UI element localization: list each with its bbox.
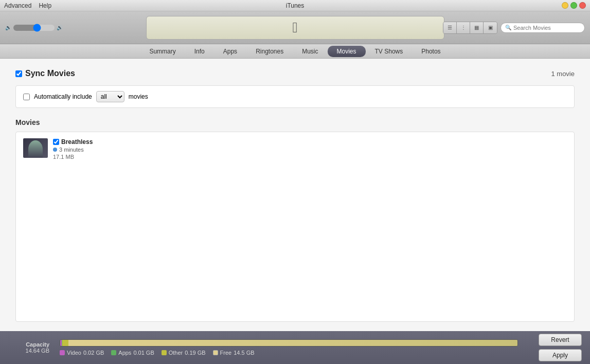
legend-video-label: Video [67,350,81,356]
close-button[interactable] [579,2,586,9]
legend-other-dot [162,350,167,355]
list-item: Breathless 3 minutes 17.1 MB [20,136,570,162]
sync-movies-title: Sync Movies [15,69,75,78]
volume-control[interactable]: 🔈 🔊 [5,25,63,31]
capacity-bar-fill [60,340,517,346]
auto-include-label: Automatically include [34,93,92,100]
movie-name-row: Breathless [53,138,93,145]
sync-movies-label: Sync Movies [25,69,75,78]
movies-list: Breathless 3 minutes 17.1 MB [15,132,575,322]
view-grid-sm-button[interactable]: ⋮ [457,22,470,33]
apply-button[interactable]: Apply [539,349,582,361]
minimize-button[interactable] [562,2,568,9]
movie-duration-text: 3 minutes [59,147,84,153]
capacity-section: Capacity 14.64 GB [8,341,49,354]
window-controls[interactable] [562,2,586,9]
movie-checkbox[interactable] [53,139,59,145]
cap-other [62,340,68,346]
legend-video-dot [60,350,65,355]
tab-movies[interactable]: Movies [328,46,366,57]
view-grid-md-button[interactable]: ▦ [470,22,484,33]
legend-apps-value: 0.01 GB [133,350,154,356]
capacity-label: Capacity [26,341,49,348]
toolbar-right: ☰ ⋮ ▦ ▣ 🔍 [443,22,585,34]
legend-free-label: Free [220,350,232,356]
titlebar: Advanced Help iTunes [0,0,590,11]
main-content: Sync Movies 1 movie Automatically includ… [0,59,590,331]
search-icon: 🔍 [505,25,511,30]
volume-low-icon: 🔈 [5,25,11,30]
legend-apps-dot [111,350,116,355]
movie-size: 17.1 MB [53,154,93,160]
legend-free: Free 14.5 GB [213,350,255,356]
tab-music[interactable]: Music [293,46,327,57]
movie-thumbnail [23,138,48,158]
legend-free-value: 14.5 GB [234,350,254,356]
tab-info[interactable]: Info [185,46,214,57]
blue-dot-icon [53,148,57,152]
movies-section: Movies Breathless 3 minutes 17.1 MB [15,118,575,322]
volume-high-icon: 🔊 [57,25,63,30]
view-grid-lg-button[interactable]: ▣ [484,22,497,33]
movie-info: Breathless 3 minutes 17.1 MB [53,138,93,160]
tab-tv-shows[interactable]: TV Shows [366,46,413,57]
sync-header: Sync Movies 1 movie [15,69,575,78]
legend-apps-label: Apps [118,350,131,356]
menu-bar[interactable]: Advanced Help [4,2,51,9]
legend-other: Other 0.19 GB [162,350,206,356]
legend-other-label: Other [169,350,183,356]
search-input[interactable] [513,25,580,31]
auto-include-select[interactable]: all [96,91,124,102]
legend-video-value: 0.02 GB [83,350,104,356]
legend-apps: Apps 0.01 GB [111,350,154,356]
app-title: iTunes [286,2,305,9]
view-list-button[interactable]: ☰ [443,22,457,33]
cap-free [68,340,517,346]
auto-include-checkbox[interactable] [23,94,30,100]
menu-advanced[interactable]: Advanced [4,2,31,9]
nav-tabs: Summary Info Apps Ringtones Music Movies… [0,44,590,59]
movies-label: movies [129,93,148,100]
view-buttons[interactable]: ☰ ⋮ ▦ ▣ [443,22,497,34]
device-header: 🔈 🔊  ☰ ⋮ ▦ ▣ 🔍 [0,11,590,44]
tab-apps[interactable]: Apps [214,46,246,57]
bottom-actions: Revert Apply [539,334,582,361]
capacity-bar-wrap: Video 0.02 GB Apps 0.01 GB Other 0.19 GB… [60,339,518,356]
restore-button[interactable] [570,2,577,9]
volume-slider[interactable] [13,25,55,31]
device-progress-bar:  [146,16,444,40]
movie-name: Breathless [61,138,93,145]
legend: Video 0.02 GB Apps 0.01 GB Other 0.19 GB… [60,350,518,356]
thumbnail-person [28,140,43,158]
capacity-bar [60,339,518,347]
legend-free-dot [213,350,218,355]
movie-count: 1 movie [551,70,575,78]
capacity-value: 14.64 GB [26,348,49,354]
tab-photos[interactable]: Photos [412,46,450,57]
tab-ringtones[interactable]: Ringtones [246,46,293,57]
movies-section-title: Movies [15,118,575,126]
tab-summary[interactable]: Summary [140,46,185,57]
bottom-bar: Capacity 14.64 GB Video 0.02 GB Apps 0.0… [0,331,590,364]
movie-duration: 3 minutes [53,147,93,153]
revert-button[interactable]: Revert [539,334,582,346]
legend-video: Video 0.02 GB [60,350,104,356]
legend-other-value: 0.19 GB [185,350,205,356]
sync-movies-checkbox[interactable] [15,70,22,77]
search-box[interactable]: 🔍 [500,23,585,33]
menu-help[interactable]: Help [39,2,51,9]
apple-logo-icon:  [292,20,297,36]
auto-include-box: Automatically include all movies [15,85,575,108]
